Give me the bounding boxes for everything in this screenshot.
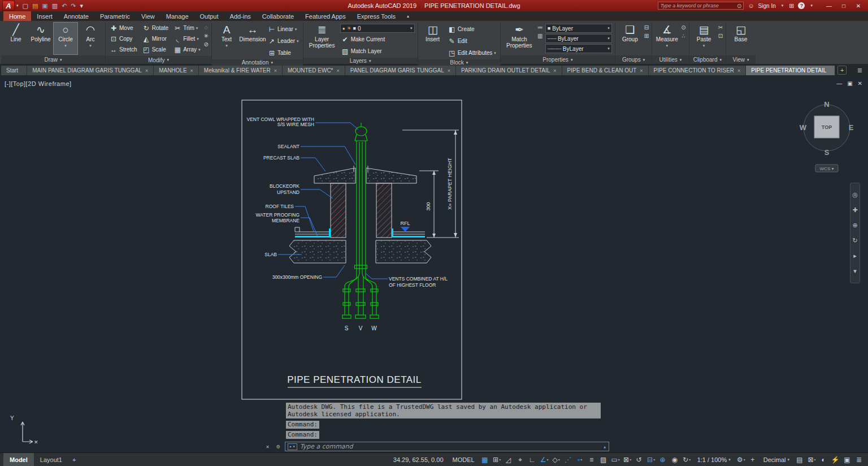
units-button[interactable]: Decimal▾ — [760, 456, 793, 463]
save-icon[interactable]: ▣ — [42, 2, 47, 10]
dynamic-ucs-icon[interactable]: ↺ — [634, 454, 645, 465]
search-input[interactable] — [660, 3, 737, 8]
layer-select[interactable]: ● ☀ ■ 0 ▾ — [340, 24, 415, 33]
ribbon-minimize-icon[interactable]: ▴ — [401, 11, 415, 21]
zoom-icon[interactable]: ⊕ — [852, 222, 857, 229]
clean-screen-icon[interactable]: ▣ — [842, 454, 853, 465]
annotation-visibility-icon[interactable]: ◉ — [670, 454, 680, 465]
drawing-canvas[interactable]: RFL 300 X= PARAPET HEIGHT — [0, 75, 868, 452]
command-prompt-icon[interactable]: ▸▾ — [288, 443, 297, 450]
linear-dimension-button[interactable]: ⊢ Linear ▾ — [267, 24, 300, 34]
selection-cycling-icon[interactable]: ▭▾ — [610, 454, 621, 465]
rotate-button[interactable]: ↻ Rotate — [141, 23, 171, 33]
3d-object-snap-icon[interactable]: ⊠▾ — [622, 454, 633, 465]
ribbon-tab[interactable]: View — [136, 11, 160, 21]
file-tab-close-icon[interactable]: × — [640, 68, 643, 74]
trim-button[interactable]: ✂ Trim ▾ — [172, 23, 201, 33]
leader-button[interactable]: ↗ Leader ▾ — [267, 36, 300, 46]
viewport-controls[interactable]: [-][Top][2D Wireframe] — [5, 80, 72, 87]
search-icon[interactable]: ⊙ — [737, 3, 741, 9]
autoscale-icon[interactable]: ↻▾ — [682, 454, 692, 465]
edit-attributes-button[interactable]: ◳ Edit Attributes ▾ — [447, 48, 497, 58]
model-tab[interactable]: Model — [3, 453, 34, 466]
ribbon-tab[interactable]: Featured Apps — [300, 11, 351, 21]
object-color-select[interactable]: ■ ByLayer ▾ — [545, 24, 612, 33]
group-button[interactable]: ❑ Group — [618, 23, 642, 54]
copy-button[interactable]: ⊡ Copy — [108, 33, 140, 44]
chevron-down-icon[interactable]: ▾ — [607, 46, 610, 51]
file-tab-close-icon[interactable]: × — [448, 68, 450, 74]
dynamic-input-icon[interactable]: ⌖ — [515, 454, 526, 465]
ribbon-tab[interactable]: Annotate — [58, 11, 94, 21]
edit-block-button[interactable]: ✎ Edit — [447, 36, 497, 46]
group-edit-icon[interactable]: ⊞ — [644, 33, 649, 39]
ribbon-tab[interactable]: Express Tools — [351, 11, 401, 21]
showmotion-icon[interactable]: ▸ — [853, 252, 857, 260]
quick-properties-icon[interactable]: ▤ — [795, 454, 805, 465]
ribbon-tab[interactable]: Add-ins — [224, 11, 257, 21]
redo-icon[interactable]: ↷ — [71, 2, 76, 10]
new-drawing-tab-button[interactable]: + — [837, 66, 847, 75]
file-tab[interactable]: Mekanikal & FIRE WATER × — [199, 66, 283, 75]
navbar-more-icon[interactable]: ▾ — [853, 267, 857, 275]
panel-title-groups[interactable]: Groups▾ — [615, 55, 652, 64]
model-space-button[interactable]: MODEL — [449, 456, 479, 463]
ribbon-tab[interactable]: Output — [194, 11, 224, 21]
file-tab-close-icon[interactable]: × — [190, 68, 193, 74]
plot-icon[interactable]: ▥ — [52, 2, 58, 10]
file-tab[interactable]: PIPE PENETRATION DETAIL — [746, 66, 835, 75]
view-cube[interactable]: N S W E TOP WCS ▾ — [800, 100, 854, 172]
dimension-button[interactable]: ↔ Dimension — [241, 23, 264, 58]
make-current-button[interactable]: ✔ Make Current — [340, 34, 415, 45]
search-box[interactable]: ⊙ — [658, 2, 744, 10]
new-file-icon[interactable]: ▢ — [23, 2, 28, 10]
file-tab[interactable]: PIPE BEND & CLEAN OUT × — [562, 66, 649, 75]
viewport-close-icon[interactable]: ✕ — [858, 80, 862, 87]
file-tab-close-icon[interactable]: × — [274, 68, 277, 74]
logo-caret-icon[interactable]: ▾ — [16, 3, 19, 8]
command-input[interactable] — [300, 443, 601, 450]
help-icon[interactable]: ? — [798, 2, 805, 9]
panel-title-clipboard[interactable]: Clipboard▾ — [689, 55, 726, 64]
file-tab[interactable]: MOUNTED EWC* × — [283, 66, 345, 75]
file-tab-close-icon[interactable]: × — [737, 68, 740, 74]
file-tab-close-icon[interactable]: × — [553, 68, 556, 74]
command-customize-icon[interactable]: ⚙ — [274, 443, 283, 450]
measure-button[interactable]: ∡ Measure ▾ — [655, 23, 679, 54]
command-history-toggle-icon[interactable]: ▴ — [604, 444, 606, 450]
linetype-select[interactable]: – – – ByLayer ▾ — [545, 34, 612, 43]
infer-constraints-icon[interactable]: ◿ — [504, 454, 514, 465]
file-tab-close-icon[interactable]: × — [337, 68, 340, 74]
lock-ui-icon[interactable]: ⊠▾ — [806, 454, 817, 465]
help-caret-icon[interactable]: ▾ — [810, 3, 813, 8]
lineweight-select[interactable]: ——— ByLayer ▾ — [545, 44, 612, 53]
drawing-border[interactable] — [242, 100, 462, 399]
ribbon-tab[interactable]: Insert — [31, 11, 58, 21]
layout1-tab[interactable]: Layout1 — [34, 453, 68, 466]
ribbon-tab[interactable]: Parametric — [94, 11, 136, 21]
selection-filtering-icon[interactable]: ⊟▾ — [646, 454, 657, 465]
fillet-button[interactable]: ◟ Fillet ▾ — [172, 33, 201, 44]
object-snap-tracking-icon[interactable]: ⋰ — [563, 454, 574, 465]
ungroup-icon[interactable]: ⊟ — [644, 24, 649, 31]
customization-icon[interactable]: ≣ — [854, 454, 865, 465]
array-button[interactable]: ▦ Array ▾ — [172, 44, 201, 55]
panel-title-properties[interactable]: Properties▾ — [501, 55, 615, 64]
open-file-icon[interactable]: ▤ — [32, 2, 38, 10]
gizmo-icon[interactable]: ⊕ — [658, 454, 669, 465]
create-block-button[interactable]: ◧ Create — [447, 24, 497, 34]
id-point-icon[interactable]: ∴ — [681, 33, 685, 39]
offset-icon[interactable]: ⊘ — [204, 41, 209, 48]
blockwork-columns[interactable] — [331, 183, 392, 238]
ortho-icon[interactable]: ∟ — [527, 454, 538, 465]
insert-block-button[interactable]: ◫ Insert — [421, 23, 445, 58]
stretch-button[interactable]: ↔ Stretch — [108, 44, 140, 55]
undo-icon[interactable]: ↶ — [62, 2, 67, 10]
viewport-minimize-icon[interactable]: — — [836, 80, 842, 87]
match-layer-button[interactable]: ▧ Match Layer — [340, 46, 415, 57]
chevron-down-icon[interactable]: ▾ — [607, 36, 610, 41]
command-window[interactable]: Autodesk DWG. This file is a TrustedDWG … — [263, 403, 609, 451]
properties-more-icon[interactable]: ▥ — [537, 33, 543, 39]
file-tab[interactable]: PARKING DRAIN OUTLET DETAIL × — [456, 66, 562, 75]
table-button[interactable]: ⊞ Table — [267, 48, 300, 58]
